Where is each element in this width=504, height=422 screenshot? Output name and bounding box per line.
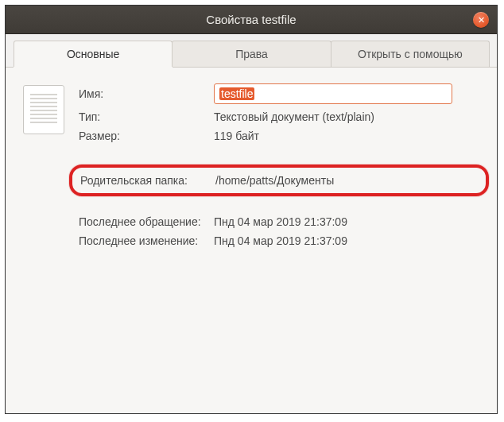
tab-permissions[interactable]: Права xyxy=(172,41,331,67)
highlight-parent-folder: Родительская папка: /home/patts/Документ… xyxy=(69,165,489,196)
file-type-icon xyxy=(23,85,64,134)
properties-list: Имя: testfile Тип: Текстовый документ (t… xyxy=(79,83,479,397)
label-accessed: Последнее обращение: xyxy=(79,215,214,228)
name-input-wrap: testfile xyxy=(214,83,452,104)
close-button[interactable]: ✕ xyxy=(473,12,489,28)
row-size: Размер: 119 байт xyxy=(79,130,479,142)
row-parent: Родительская папка: /home/patts/Документ… xyxy=(80,174,475,187)
titlebar: Свойства testfile ✕ xyxy=(6,6,497,34)
properties-window: Свойства testfile ✕ Основные Права Откры… xyxy=(5,5,498,414)
value-modified: Пнд 04 мар 2019 21:37:09 xyxy=(214,234,347,247)
window-title: Свойства testfile xyxy=(206,13,296,26)
close-icon: ✕ xyxy=(478,16,485,25)
value-size: 119 байт xyxy=(214,130,259,142)
tab-openwith[interactable]: Открыть с помощью xyxy=(331,41,490,67)
label-parent: Родительская папка: xyxy=(80,174,215,187)
label-type: Тип: xyxy=(79,110,214,123)
row-type: Тип: Текстовый документ (text/plain) xyxy=(79,110,479,123)
label-size: Размер: xyxy=(79,130,214,142)
row-modified: Последнее изменение: Пнд 04 мар 2019 21:… xyxy=(79,234,479,247)
tab-basic[interactable]: Основные xyxy=(14,41,173,67)
label-name: Имя: xyxy=(79,87,214,100)
label-modified: Последнее изменение: xyxy=(79,234,214,247)
tab-bar: Основные Права Открыть с помощью xyxy=(6,34,497,68)
name-input[interactable] xyxy=(214,83,452,104)
row-accessed: Последнее обращение: Пнд 04 мар 2019 21:… xyxy=(79,215,479,228)
value-accessed: Пнд 04 мар 2019 21:37:09 xyxy=(214,215,347,228)
row-name: Имя: testfile xyxy=(79,83,479,104)
value-parent: /home/patts/Документы xyxy=(215,174,334,187)
value-type: Текстовый документ (text/plain) xyxy=(214,110,374,123)
content-area: Имя: testfile Тип: Текстовый документ (t… xyxy=(6,68,497,413)
